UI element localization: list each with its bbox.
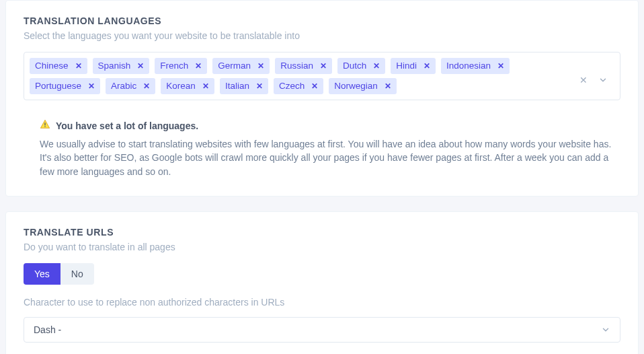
remove-language-icon[interactable]: ✕ — [424, 62, 430, 70]
language-chip-label: Russian — [280, 61, 313, 71]
remove-language-icon[interactable]: ✕ — [202, 82, 209, 90]
language-chips: Chinese✕Spanish✕French✕German✕Russian✕Du… — [30, 58, 573, 98]
language-chip-label: Portuguese — [35, 81, 81, 91]
language-chip-label: Czech — [279, 81, 305, 91]
language-chip-label: Chinese — [35, 61, 69, 71]
language-chip: Norwegian✕ — [329, 78, 397, 94]
language-chip-label: Italian — [225, 81, 249, 91]
warning-title: You have set a lot of languages. — [56, 120, 198, 131]
language-chip-label: French — [160, 61, 188, 71]
language-chip-label: Indonesian — [446, 61, 491, 71]
translate-urls-card: TRANSLATE URLS Do you want to translate … — [5, 211, 639, 354]
language-chip-label: Dutch — [343, 61, 366, 71]
remove-language-icon[interactable]: ✕ — [75, 62, 82, 70]
language-chip: French✕ — [155, 58, 207, 74]
language-chip: Czech✕ — [274, 78, 323, 94]
translation-subtitle: Select the languages you want your websi… — [24, 30, 620, 41]
chevron-down-icon — [601, 325, 610, 334]
warning-row: You have set a lot of languages. — [24, 119, 620, 132]
language-chip-label: German — [218, 61, 251, 71]
language-chip: Hindi✕ — [391, 58, 436, 74]
toggle-yes-button[interactable]: Yes — [24, 263, 61, 285]
remove-language-icon[interactable]: ✕ — [88, 82, 95, 90]
language-chip: Chinese✕ — [30, 58, 87, 74]
language-chip: Portuguese✕ — [30, 78, 100, 94]
translation-languages-card: TRANSLATION LANGUAGES Select the languag… — [5, 0, 639, 197]
url-char-select[interactable]: Dash - — [24, 317, 620, 343]
clear-all-icon[interactable]: ✕ — [579, 75, 588, 85]
translate-all-toggle: Yes No — [24, 263, 94, 285]
translation-title: TRANSLATION LANGUAGES — [24, 15, 620, 26]
languages-multiselect[interactable]: Chinese✕Spanish✕French✕German✕Russian✕Du… — [24, 52, 620, 100]
toggle-no-button[interactable]: No — [61, 263, 94, 285]
warning-body: We usually advise to start translating w… — [24, 137, 620, 178]
remove-language-icon[interactable]: ✕ — [497, 62, 504, 70]
svg-rect-0 — [44, 122, 45, 125]
remove-language-icon[interactable]: ✕ — [373, 62, 380, 70]
remove-language-icon[interactable]: ✕ — [195, 62, 202, 70]
language-chip: German✕ — [212, 58, 270, 74]
language-chip-label: Norwegian — [334, 81, 378, 91]
multiselect-controls: ✕ — [573, 71, 614, 85]
language-chip-label: Arabic — [111, 81, 136, 91]
language-chip: Dutch✕ — [337, 58, 385, 74]
remove-language-icon[interactable]: ✕ — [137, 62, 144, 70]
url-char-value: Dash - — [34, 324, 61, 335]
language-chip: Spanish✕ — [93, 58, 150, 74]
remove-language-icon[interactable]: ✕ — [257, 62, 264, 70]
remove-language-icon[interactable]: ✕ — [311, 82, 318, 90]
chevron-down-icon[interactable] — [598, 75, 608, 85]
urls-subtitle: Do you want to translate in all pages — [24, 242, 620, 252]
language-chip-label: Korean — [166, 81, 196, 91]
language-chip: Russian✕ — [275, 58, 332, 74]
remove-language-icon[interactable]: ✕ — [385, 82, 391, 90]
remove-language-icon[interactable]: ✕ — [256, 82, 263, 90]
language-chip: Korean✕ — [161, 78, 214, 94]
language-chip: Indonesian✕ — [441, 58, 510, 74]
url-char-label: Character to use to replace non authoriz… — [24, 297, 620, 308]
svg-rect-1 — [44, 126, 45, 127]
remove-language-icon[interactable]: ✕ — [320, 62, 327, 70]
urls-title: TRANSLATE URLS — [24, 227, 620, 238]
warning-icon — [40, 119, 50, 132]
language-chip: Italian✕ — [220, 78, 268, 94]
language-chip-label: Hindi — [396, 61, 417, 71]
language-chip-label: Spanish — [98, 61, 131, 71]
remove-language-icon[interactable]: ✕ — [143, 82, 150, 90]
language-chip: Arabic✕ — [106, 78, 155, 94]
